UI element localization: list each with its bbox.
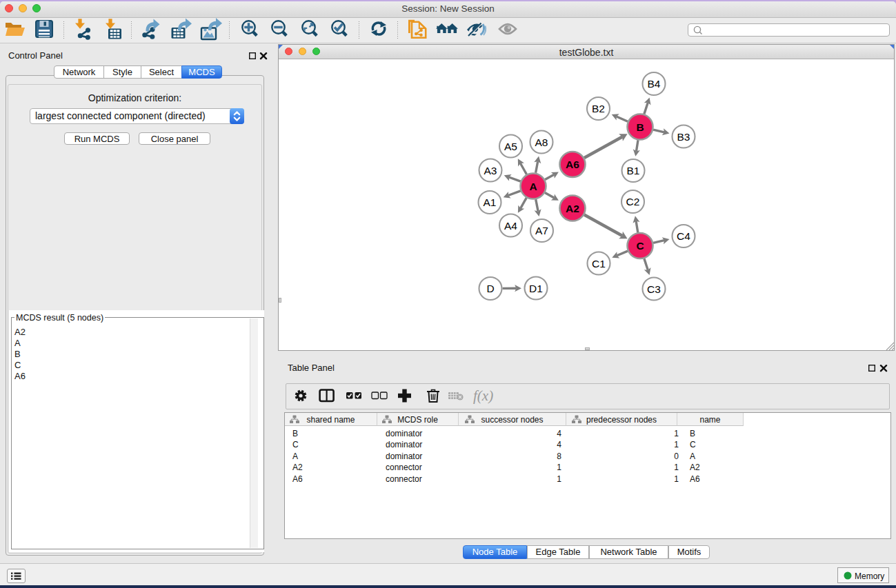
svg-text:A2: A2 (566, 203, 579, 214)
svg-text:A: A (529, 181, 537, 192)
svg-text:C: C (636, 240, 644, 252)
svg-text:C3: C3 (647, 283, 661, 295)
svg-text:D1: D1 (529, 283, 543, 294)
svg-text:B3: B3 (677, 131, 690, 143)
svg-text:A1: A1 (484, 196, 497, 208)
svg-text:B1: B1 (627, 165, 640, 176)
svg-text:f(x): f(x) (473, 387, 493, 404)
svg-text:A3: A3 (484, 165, 497, 176)
svg-text:A8: A8 (535, 136, 548, 148)
svg-text:D: D (486, 283, 494, 294)
svg-text:C1: C1 (592, 258, 606, 270)
svg-text:C2: C2 (626, 196, 640, 207)
svg-text:A7: A7 (535, 225, 548, 236)
svg-text:B4: B4 (648, 78, 661, 90)
svg-text:B2: B2 (592, 103, 605, 114)
svg-text:A4: A4 (504, 220, 517, 232)
svg-text:B: B (636, 121, 644, 133)
svg-text:C4: C4 (677, 230, 690, 242)
svg-text:A5: A5 (504, 141, 517, 152)
svg-text:A6: A6 (566, 159, 579, 170)
svg-text:Memory: Memory (855, 571, 884, 581)
